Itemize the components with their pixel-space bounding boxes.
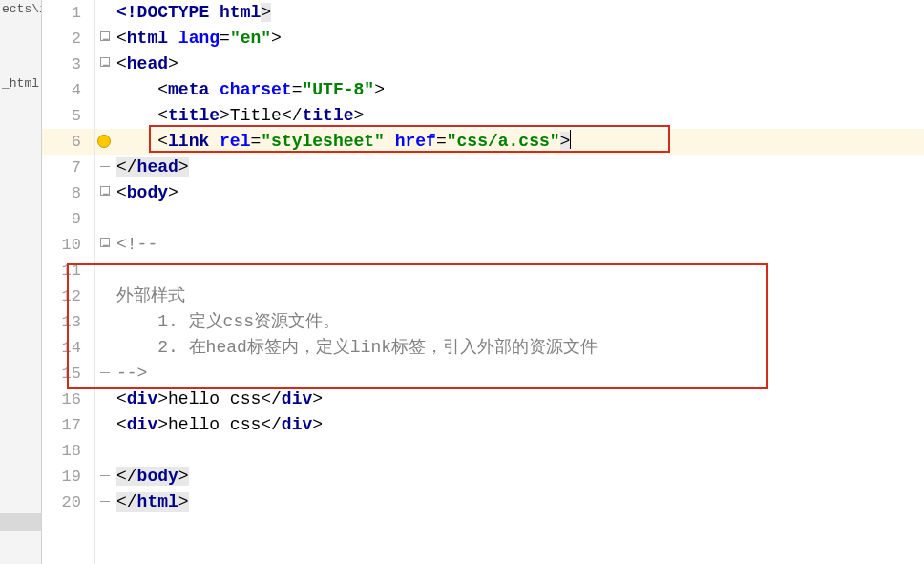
code-line[interactable]: --> <box>115 361 924 386</box>
token-punct: > <box>261 3 271 22</box>
lightbulb-icon[interactable] <box>97 135 111 148</box>
token-punct: > <box>271 29 282 48</box>
token-punct: = <box>292 80 303 99</box>
token-punct: > <box>178 492 189 512</box>
fold-mark <box>95 335 115 361</box>
fold-toggle[interactable] <box>95 52 115 77</box>
code-line[interactable]: <title>Title</title> <box>115 103 924 129</box>
code-line[interactable]: <meta charset="UTF-8"> <box>115 77 924 103</box>
token-punct: < <box>116 183 127 202</box>
token-comment: 外部样式 <box>116 286 185 305</box>
line-number: 12 <box>42 283 94 309</box>
token-string: "en" <box>230 29 271 48</box>
code-line[interactable]: 1. 定义css资源文件。 <box>115 309 924 335</box>
text-cursor <box>570 130 571 149</box>
token-tag: body <box>137 467 178 486</box>
token-punct: > <box>178 467 189 486</box>
token-tag: html <box>127 29 168 48</box>
token-text: hello css <box>168 415 261 434</box>
line-number: 16 <box>42 386 94 412</box>
token-tag: link <box>168 132 209 151</box>
token-space <box>385 132 395 151</box>
fold-toggle[interactable] <box>95 232 115 258</box>
token-text: Title <box>230 106 282 125</box>
fold-mark <box>95 258 115 283</box>
code-line[interactable]: <body> <box>115 180 924 206</box>
code-line[interactable] <box>115 206 924 232</box>
code-line[interactable] <box>115 438 924 464</box>
line-number: 10 <box>42 232 94 258</box>
token-punct: < <box>116 415 127 434</box>
line-number: 9 <box>42 206 94 232</box>
line-number: 5 <box>42 103 94 129</box>
code-line[interactable]: <html lang="en"> <box>115 26 924 52</box>
code-line[interactable]: <!DOCTYPE html> <box>115 0 924 26</box>
token-tag: meta <box>168 80 209 99</box>
line-number: 4 <box>42 77 94 103</box>
code-line[interactable]: 2. 在head标签内，定义link标签，引入外部的资源文件 <box>115 335 924 361</box>
code-editor[interactable]: <!DOCTYPE html> <html lang="en"> <head> … <box>115 0 924 564</box>
token-punct: > <box>220 106 230 125</box>
token-comment: --> <box>116 364 147 383</box>
file-tab[interactable]: _html <box>0 74 41 120</box>
fold-end[interactable] <box>95 490 115 515</box>
line-number: 1 <box>42 0 94 26</box>
line-number: 18 <box>42 438 94 464</box>
token-tag: div <box>127 389 158 408</box>
code-line[interactable]: <div>hello css</div> <box>115 412 924 438</box>
token-punct: < <box>158 132 168 151</box>
token-space <box>209 80 220 99</box>
fold-end[interactable] <box>95 155 115 180</box>
token-attr: charset <box>220 80 292 99</box>
token-tag: title <box>168 106 220 125</box>
token-punct: = <box>220 29 230 48</box>
token-punct: > <box>312 415 323 434</box>
token-tag: html <box>220 3 261 22</box>
token-punct: > <box>178 157 189 177</box>
fold-mark <box>95 77 115 103</box>
token-punct: < <box>116 54 127 73</box>
token-text: hello css <box>168 389 261 408</box>
code-line[interactable]: </head> <box>115 155 924 180</box>
token-punct: < <box>116 389 127 408</box>
token-punct: > <box>158 415 168 434</box>
code-line[interactable]: <head> <box>115 52 924 77</box>
token-punct: </ <box>261 389 282 408</box>
line-number: 8 <box>42 180 94 206</box>
fold-end[interactable] <box>95 361 115 386</box>
file-tab-active[interactable] <box>0 513 41 531</box>
fold-mark <box>95 386 115 412</box>
line-number: 2 <box>42 26 94 52</box>
token-tag: div <box>282 389 312 408</box>
token-punct: > <box>560 132 571 151</box>
code-line-current[interactable]: <link rel="stylesheet" href="css/a.css"> <box>115 129 924 155</box>
fold-toggle[interactable] <box>95 180 115 206</box>
code-line[interactable]: </html> <box>115 490 924 515</box>
token-punct: = <box>250 132 261 151</box>
token-attr: href <box>395 132 436 151</box>
token-space <box>168 29 178 48</box>
code-line[interactable] <box>115 258 924 283</box>
file-tab[interactable]: ects\i <box>0 0 41 46</box>
token-comment: <!-- <box>116 235 158 254</box>
line-number: 17 <box>42 412 94 438</box>
fold-mark[interactable] <box>95 0 115 26</box>
token-punct: < <box>116 29 127 48</box>
code-line[interactable]: <div>hello css</div> <box>115 386 924 412</box>
fold-mark <box>95 103 115 129</box>
token-punct: < <box>158 80 168 99</box>
line-number: 15 <box>42 361 94 386</box>
token-string: "UTF-8" <box>303 80 375 99</box>
fold-end[interactable] <box>95 464 115 490</box>
line-number: 3 <box>42 52 94 77</box>
code-line[interactable]: 外部样式 <box>115 283 924 309</box>
line-number-gutter: 1 2 3 4 5 6 7 8 9 10 11 12 13 14 15 16 1… <box>42 0 95 564</box>
token-punct: > <box>354 106 365 125</box>
token-comment: 2. 在head标签内，定义link标签，引入外部的资源文件 <box>116 338 598 357</box>
code-line[interactable]: <!-- <box>115 232 924 258</box>
code-line[interactable]: </body> <box>115 464 924 490</box>
fold-mark <box>95 412 115 438</box>
token-tag: title <box>302 106 353 125</box>
fold-toggle[interactable] <box>95 26 115 52</box>
token-punct: > <box>168 54 178 73</box>
